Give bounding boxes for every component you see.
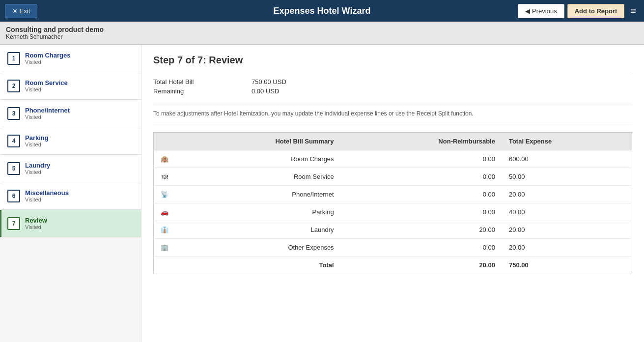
step-badge-2: 2 [7, 80, 20, 92]
sidebar-item-status: Visited [25, 197, 69, 202]
main-layout: 1 Room Charges Visited 2 Room Service Vi… [0, 45, 644, 342]
row-name: Other Expenses [175, 239, 341, 256]
step-badge-7: 7 [7, 217, 20, 230]
step-badge-4: 4 [7, 135, 20, 147]
row-name: Laundry [175, 221, 341, 239]
step-title: Step 7 of 7: Review [153, 55, 632, 72]
row-non-reimb: 20.00 [341, 221, 502, 239]
col-name-header: Hotel Bill Summary [175, 133, 341, 150]
row-non-reimb: 0.00 [341, 239, 502, 256]
sidebar-item-status: Visited [25, 86, 68, 92]
sidebar-item-name: Phone/Internet [25, 107, 70, 114]
summary-table: Hotel Bill Summary Non-Reimbursable Tota… [153, 132, 632, 274]
sidebar-item-info: Review Visited [25, 217, 47, 230]
header-title: Expenses Hotel Wizard [274, 6, 371, 16]
sidebar-item-name: Room Service [25, 79, 68, 86]
row-icon: 📡 [154, 186, 176, 203]
row-icon: 🍽 [154, 168, 176, 186]
user-name: Kenneth Schumacher [6, 33, 638, 40]
row-total: 600.00 [502, 150, 632, 168]
row-icon: 🏢 [154, 239, 176, 256]
sidebar-item-review[interactable]: 7 Review Visited [0, 210, 141, 237]
total-label: Total [175, 256, 341, 274]
row-name: Parking [175, 203, 341, 221]
step-badge-1: 1 [7, 52, 20, 65]
table-row: 📡 Phone/Internet 0.00 20.00 [154, 186, 632, 203]
remaining-label: Remaining [153, 87, 252, 95]
sidebar-item-info: Laundry Visited [25, 162, 50, 175]
remaining-value: 0.00 USD [252, 87, 279, 95]
sidebar-item-name: Room Charges [25, 52, 70, 59]
sidebar-item-room-charges[interactable]: 1 Room Charges Visited [0, 45, 141, 72]
sidebar-item-info: Room Charges Visited [25, 52, 70, 65]
add-to-report-button[interactable]: Add to Report [567, 4, 625, 18]
sidebar-item-miscellaneous[interactable]: 6 Miscellaneous Visited [0, 182, 141, 210]
sidebar-item-name: Laundry [25, 162, 50, 169]
sidebar-item-name: Parking [25, 134, 49, 142]
total-hotel-bill-label: Total Hotel Bill [153, 78, 252, 86]
step-badge-3: 3 [7, 107, 20, 120]
table-total-row: Total 20.00 750.00 [154, 256, 632, 274]
sidebar-item-status: Visited [25, 59, 70, 65]
step-badge-6: 6 [7, 190, 20, 202]
sidebar: 1 Room Charges Visited 2 Room Service Vi… [0, 45, 141, 342]
row-total: 20.00 [502, 239, 632, 256]
note-text: To make adjustments after Hotel Itemizat… [153, 109, 632, 124]
sidebar-item-status: Visited [25, 224, 47, 230]
sidebar-item-info: Parking Visited [25, 134, 49, 147]
table-header-row: Hotel Bill Summary Non-Reimbursable Tota… [154, 133, 632, 150]
table-row: 🚗 Parking 0.00 40.00 [154, 203, 632, 221]
row-name: Phone/Internet [175, 186, 341, 203]
previous-button[interactable]: ◀ Previous [518, 4, 564, 18]
row-non-reimb: 0.00 [341, 186, 502, 203]
col-total-header: Total Expense [502, 133, 632, 150]
sidebar-item-info: Phone/Internet Visited [25, 107, 70, 120]
row-non-reimb: 0.00 [341, 150, 502, 168]
header-actions: ◀ Previous Add to Report ≡ [518, 4, 639, 18]
row-total: 20.00 [502, 186, 632, 203]
bill-summary-section: Total Hotel Bill 750.00 USD Remaining 0.… [153, 78, 632, 103]
row-total: 20.00 [502, 221, 632, 239]
sidebar-item-status: Visited [25, 142, 49, 147]
row-non-reimb: 0.00 [341, 168, 502, 186]
row-total: 40.00 [502, 203, 632, 221]
row-icon: 🚗 [154, 203, 176, 221]
row-name: Room Service [175, 168, 341, 186]
company-name: Consulting and product demo [6, 26, 638, 33]
table-row: 🏢 Other Expenses 0.00 20.00 [154, 239, 632, 256]
sidebar-item-name: Miscellaneous [25, 189, 69, 197]
row-icon: 🏨 [154, 150, 176, 168]
menu-button[interactable]: ≡ [627, 5, 639, 17]
total-icon-cell [154, 256, 176, 274]
remaining-row: Remaining 0.00 USD [153, 87, 632, 95]
total-hotel-bill-value: 750.00 USD [252, 78, 286, 86]
step-badge-5: 5 [7, 162, 20, 175]
sidebar-item-phone-internet[interactable]: 3 Phone/Internet Visited [0, 100, 141, 127]
total-non-reimb: 20.00 [341, 256, 502, 274]
col-nonreimb-header: Non-Reimbursable [341, 133, 502, 150]
content-area: Step 7 of 7: Review Total Hotel Bill 750… [141, 45, 644, 342]
sidebar-item-status: Visited [25, 169, 50, 175]
table-row: 🍽 Room Service 0.00 50.00 [154, 168, 632, 186]
sidebar-item-room-service[interactable]: 2 Room Service Visited [0, 72, 141, 100]
row-icon: 👔 [154, 221, 176, 239]
sidebar-item-info: Miscellaneous Visited [25, 189, 69, 202]
row-non-reimb: 0.00 [341, 203, 502, 221]
table-row: 🏨 Room Charges 0.00 600.00 [154, 150, 632, 168]
row-name: Room Charges [175, 150, 341, 168]
table-row: 👔 Laundry 20.00 20.00 [154, 221, 632, 239]
sidebar-item-status: Visited [25, 114, 70, 120]
sidebar-item-info: Room Service Visited [25, 79, 68, 92]
sidebar-item-name: Review [25, 217, 47, 224]
row-total: 50.00 [502, 168, 632, 186]
total-hotel-bill-row: Total Hotel Bill 750.00 USD [153, 78, 632, 86]
sidebar-item-parking[interactable]: 4 Parking Visited [0, 127, 141, 155]
col-icon-header [154, 133, 176, 150]
total-expense: 750.00 [502, 256, 632, 274]
subheader: Consulting and product demo Kenneth Schu… [0, 22, 644, 45]
exit-button[interactable]: ✕ Exit [5, 4, 37, 18]
sidebar-item-laundry[interactable]: 5 Laundry Visited [0, 155, 141, 182]
header: ✕ Exit Expenses Hotel Wizard ◀ Previous … [0, 0, 644, 22]
